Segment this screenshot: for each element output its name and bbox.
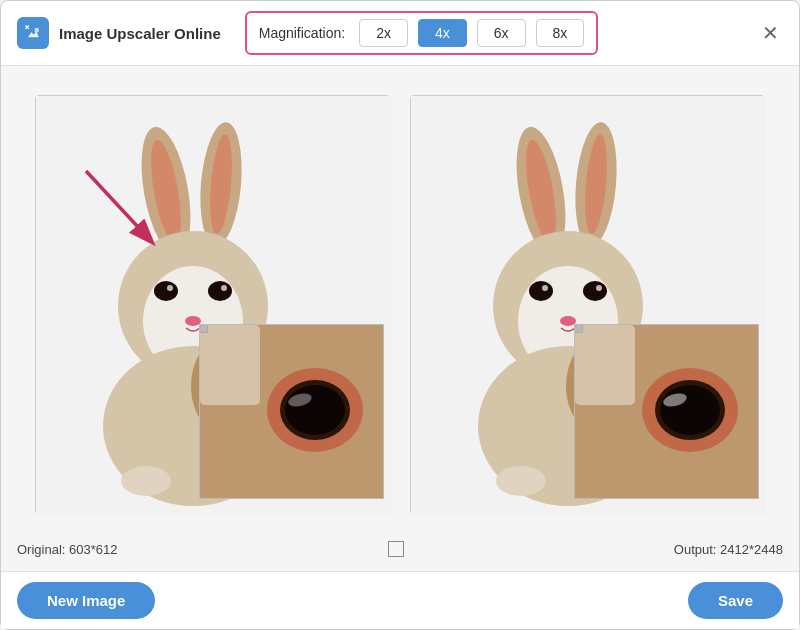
original-dimensions: Original: 603*612 [17, 542, 117, 557]
save-button[interactable]: Save [688, 582, 783, 619]
images-row [17, 76, 783, 533]
app-window: Image Upscaler Online Magnification: 2x … [0, 0, 800, 630]
main-content: Original: 603*612 Output: 2412*2448 [1, 66, 799, 571]
output-zoom-box[interactable] [574, 324, 759, 499]
svg-point-12 [167, 285, 173, 291]
mag-4x-button[interactable]: 4x [418, 19, 467, 47]
svg-rect-27 [200, 325, 260, 405]
magnification-control: Magnification: 2x 4x 6x 8x [245, 11, 599, 55]
original-image [36, 96, 389, 514]
zoom-handle[interactable] [199, 324, 208, 333]
svg-point-39 [596, 285, 602, 291]
original-image-panel [35, 95, 390, 515]
svg-rect-51 [575, 325, 635, 405]
svg-point-25 [285, 385, 345, 435]
svg-point-11 [208, 281, 232, 301]
header: Image Upscaler Online Magnification: 2x … [1, 1, 799, 66]
new-image-button[interactable]: New Image [17, 582, 155, 619]
footer: New Image Save [1, 571, 799, 629]
output-image-panel [410, 95, 765, 515]
magnification-label: Magnification: [259, 25, 345, 41]
original-zoom-box[interactable] [199, 324, 384, 499]
output-zoom-handle[interactable] [574, 324, 583, 333]
mag-6x-button[interactable]: 6x [477, 19, 526, 47]
app-title: Image Upscaler Online [59, 25, 221, 42]
svg-rect-1 [35, 28, 39, 32]
svg-point-10 [154, 281, 178, 301]
output-image [411, 96, 764, 514]
center-icon [388, 541, 404, 557]
app-logo [17, 17, 49, 49]
svg-point-42 [496, 466, 546, 496]
svg-point-37 [583, 281, 607, 301]
output-dimensions: Output: 2412*2448 [674, 542, 783, 557]
mag-8x-button[interactable]: 8x [536, 19, 585, 47]
svg-point-38 [542, 285, 548, 291]
close-button[interactable]: ✕ [758, 21, 783, 45]
svg-point-16 [121, 466, 171, 496]
svg-point-49 [660, 385, 720, 435]
svg-point-36 [529, 281, 553, 301]
info-row: Original: 603*612 Output: 2412*2448 [17, 533, 783, 561]
svg-point-13 [221, 285, 227, 291]
mag-2x-button[interactable]: 2x [359, 19, 408, 47]
